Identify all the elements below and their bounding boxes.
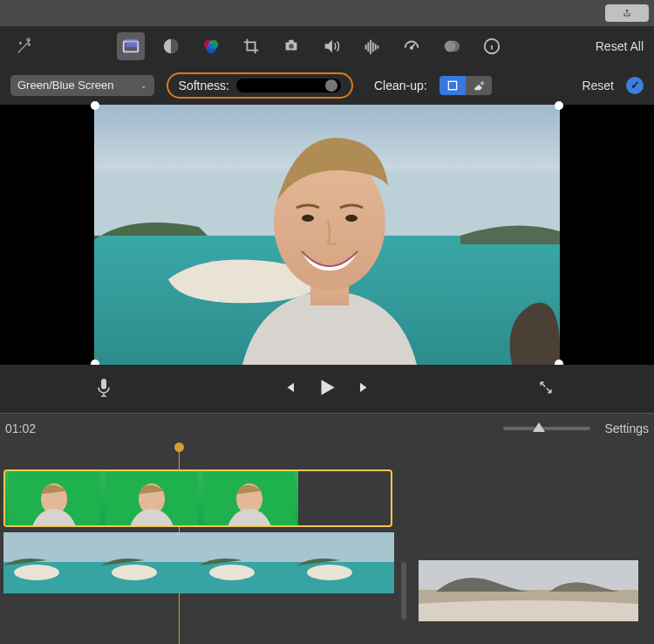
- svg-point-43: [209, 565, 255, 580]
- noise-reduction-icon[interactable]: [358, 32, 385, 60]
- cleanup-label: Clean-up:: [374, 79, 427, 92]
- crop-handle-top-right[interactable]: [555, 101, 563, 110]
- reset-all-button[interactable]: Reset All: [596, 39, 644, 53]
- svg-rect-11: [370, 39, 371, 53]
- timecode-display: 01:02: [5, 421, 36, 435]
- video-overlay-icon[interactable]: [117, 32, 145, 60]
- svg-rect-9: [365, 45, 367, 50]
- svg-rect-12: [372, 42, 374, 51]
- timeline[interactable]: [0, 443, 654, 644]
- color-correction-icon[interactable]: [197, 32, 225, 60]
- svg-rect-19: [448, 81, 456, 89]
- stabilization-icon[interactable]: [277, 32, 305, 60]
- softness-slider-knob[interactable]: [325, 79, 337, 92]
- enhance-wand-icon[interactable]: [10, 32, 38, 60]
- media-clip-rocks[interactable]: [419, 560, 638, 621]
- svg-point-25: [345, 215, 358, 222]
- svg-point-46: [307, 565, 352, 580]
- apply-checkmark-button[interactable]: ✓: [626, 77, 644, 94]
- reset-button[interactable]: Reset: [582, 79, 614, 92]
- svg-rect-10: [367, 42, 369, 51]
- clip-gap-handle[interactable]: [401, 562, 406, 620]
- clip-filter-icon[interactable]: [438, 32, 466, 60]
- info-icon[interactable]: [478, 32, 506, 60]
- voiceover-mic-button[interactable]: [96, 377, 112, 401]
- fullscreen-button[interactable]: [538, 380, 554, 398]
- timeline-settings-button[interactable]: Settings: [604, 421, 649, 435]
- overlay-clip-greenscreen[interactable]: [3, 469, 392, 527]
- svg-point-8: [289, 44, 294, 49]
- volume-icon[interactable]: [317, 32, 345, 60]
- crop-handle-top-left[interactable]: [91, 101, 99, 110]
- svg-point-37: [14, 565, 59, 580]
- share-button[interactable]: [605, 4, 649, 22]
- previous-frame-button[interactable]: [281, 380, 296, 398]
- svg-rect-1: [126, 38, 138, 46]
- overlay-mode-value: Green/Blue Screen: [17, 79, 114, 92]
- play-button[interactable]: [316, 376, 338, 401]
- speed-icon[interactable]: [398, 32, 426, 60]
- softness-slider[interactable]: [236, 79, 341, 92]
- svg-point-17: [448, 40, 460, 51]
- svg-rect-14: [377, 45, 378, 49]
- overlay-mode-dropdown[interactable]: Green/Blue Screen ⌄: [10, 75, 154, 96]
- cleanup-crop-button[interactable]: [439, 76, 466, 95]
- svg-point-15: [411, 46, 412, 48]
- next-frame-button[interactable]: [358, 380, 373, 398]
- crop-icon[interactable]: [237, 32, 265, 60]
- timeline-zoom-slider[interactable]: [503, 427, 590, 430]
- timeline-zoom-knob[interactable]: [533, 422, 545, 432]
- svg-point-5: [207, 44, 216, 53]
- svg-point-24: [302, 215, 314, 222]
- preview-viewer: [0, 105, 654, 365]
- background-clip-beach[interactable]: [3, 532, 398, 593]
- softness-label: Softness:: [179, 79, 229, 92]
- chevron-down-icon: ⌄: [140, 81, 147, 90]
- svg-rect-13: [375, 44, 377, 50]
- color-balance-icon[interactable]: [157, 32, 185, 60]
- cleanup-erase-button[interactable]: [466, 76, 492, 95]
- svg-rect-7: [289, 39, 294, 43]
- svg-rect-26: [101, 379, 106, 389]
- svg-point-40: [112, 565, 157, 580]
